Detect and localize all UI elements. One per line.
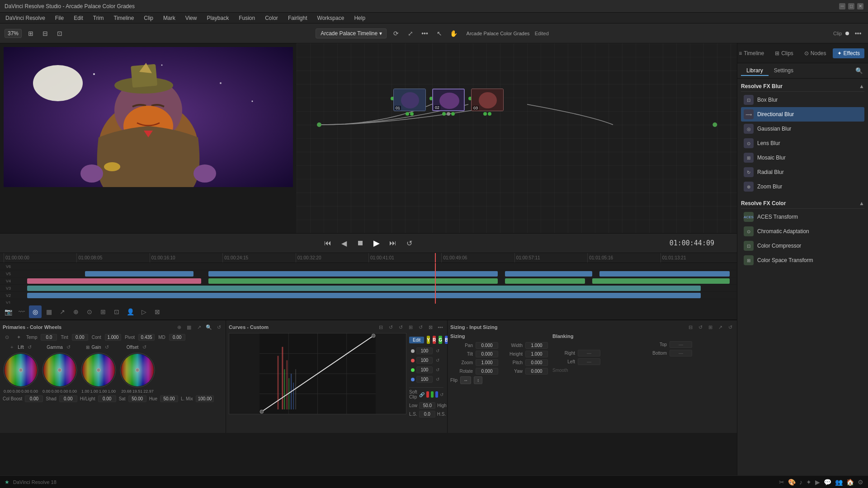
curves-r-button[interactable]: R	[433, 336, 436, 344]
fx-item-directional-blur[interactable]: ⟿ Directional Blur	[741, 107, 864, 122]
shad-value[interactable]: 0.00	[59, 395, 77, 402]
yaw-value[interactable]: 0.000	[525, 368, 548, 375]
settings-tab[interactable]: Settings	[769, 66, 799, 76]
bottom-people-icon[interactable]: 👥	[835, 479, 843, 486]
primaries-add-icon[interactable]: ⊕	[175, 323, 183, 331]
color-tab-wave[interactable]: 〰	[15, 305, 28, 318]
bottom-delivery-icon[interactable]: ▶	[815, 479, 820, 486]
color-tab-key[interactable]: ⊞	[97, 305, 109, 318]
bottom-music-icon[interactable]: ♪	[799, 479, 802, 486]
menu-color[interactable]: Color	[263, 14, 280, 22]
zoom-value[interactable]: 1.000	[476, 359, 498, 366]
node-editor[interactable]: 01	[297, 43, 737, 233]
temp-value[interactable]: 0.0	[41, 334, 57, 341]
flip-h-button[interactable]: ↔	[460, 376, 471, 384]
timeline-more-icon[interactable]: •••	[420, 28, 430, 39]
curves-icon-4[interactable]: ⊞	[406, 323, 415, 331]
color-tab-sizing[interactable]: ⊠	[151, 305, 164, 318]
menu-clip[interactable]: Clip	[142, 14, 155, 22]
hue-value[interactable]: 50.00	[160, 395, 178, 402]
fx-item-gaussian-blur[interactable]: ◎ Gaussian Blur	[741, 122, 864, 136]
maximize-button[interactable]: □	[848, 3, 854, 9]
timeline-tracks[interactable]: V6 V5 V4	[0, 263, 737, 304]
stop-button[interactable]: ⏹	[354, 237, 367, 249]
tilt-value[interactable]: 0.000	[476, 351, 498, 357]
channel-r-val[interactable]: 100	[416, 357, 433, 364]
offset-reset-icon[interactable]: ↺	[140, 343, 148, 351]
menu-help[interactable]: Help	[352, 14, 367, 22]
fx-item-mosaic-blur[interactable]: ⊞ Mosaic Blur	[741, 150, 864, 165]
pivot-value[interactable]: 0.435	[138, 334, 155, 341]
bottom-home-icon[interactable]: 🏠	[846, 479, 854, 486]
go-end-button[interactable]: ⏭	[387, 237, 399, 249]
nodes-tab[interactable]: ⊙ Nodes	[800, 48, 831, 58]
fx-color-header[interactable]: Resolve FX Color ▲	[741, 197, 864, 209]
color-tab-motion[interactable]: ▷	[137, 305, 150, 318]
hilight-value[interactable]: 0.00	[98, 395, 116, 402]
timeline-sync-icon[interactable]: ⟳	[391, 28, 401, 39]
go-start-button[interactable]: ⏮	[321, 237, 334, 249]
channel-g-val[interactable]: 100	[416, 366, 433, 373]
sizing-icon-5[interactable]: ↺	[726, 323, 734, 331]
primaries-auto-icon[interactable]: ⊙	[3, 333, 11, 341]
bottom-settings-icon[interactable]: ⚙	[858, 479, 863, 486]
menu-workspace[interactable]: Workspace	[316, 14, 346, 22]
cont-value[interactable]: 1.000	[105, 334, 121, 341]
sizing-icon-3[interactable]: ⊞	[706, 323, 714, 331]
sizing-icon-1[interactable]: ⊟	[686, 323, 694, 331]
pitch-value[interactable]: 0.000	[525, 359, 548, 366]
bottom-cut-icon[interactable]: ✂	[779, 479, 784, 486]
library-search-icon[interactable]: 🔍	[854, 66, 864, 76]
fx-blur-header[interactable]: Resolve FX Blur ▲	[741, 80, 864, 92]
color-tab-face[interactable]: 👤	[124, 305, 137, 318]
curves-icon-1[interactable]: ⊟	[377, 323, 385, 331]
timeline-tab[interactable]: ≡ Timeline	[734, 48, 769, 58]
height-value[interactable]: 1.000	[525, 351, 548, 357]
timeline-selector[interactable]: Arcade Palace Timeline ▾	[316, 28, 387, 38]
col-boost-value[interactable]: 0.00	[25, 395, 43, 402]
effects-tab[interactable]: ✦ Effects	[833, 48, 864, 58]
curves-icon-5[interactable]: ↺	[416, 323, 425, 331]
color-tab-3d[interactable]: ⊡	[110, 305, 123, 318]
channel-all-reset[interactable]: ↺	[434, 348, 441, 354]
lift-wheel[interactable]	[3, 352, 39, 388]
fx-item-color-compressor[interactable]: ⊡ Color Compressor	[741, 239, 864, 253]
soft-clip-link-icon[interactable]: 🔗	[419, 390, 425, 399]
minimize-button[interactable]: ─	[839, 3, 845, 9]
fx-item-box-blur[interactable]: ⊡ Box Blur	[741, 93, 864, 107]
pointer-tool-icon[interactable]: ↖	[434, 28, 445, 39]
menu-file[interactable]: File	[53, 14, 66, 22]
soft-clip-r-button[interactable]	[426, 391, 429, 398]
sat-value[interactable]: 50.00	[128, 395, 146, 402]
menu-trim[interactable]: Trim	[91, 14, 106, 22]
channel-g-reset[interactable]: ↺	[434, 367, 441, 373]
low-value[interactable]: 50.0	[419, 402, 435, 409]
primaries-zoom-icon[interactable]: 🔍	[205, 323, 213, 331]
menu-davinci[interactable]: DaVinci Resolve	[4, 14, 47, 22]
curves-graph[interactable]	[229, 333, 406, 414]
primaries-curve-icon[interactable]: ↗	[195, 323, 203, 331]
toolbar-more-icon[interactable]: •••	[853, 28, 863, 39]
loop-button[interactable]: ↺	[403, 237, 415, 249]
close-button[interactable]: ✕	[857, 3, 863, 9]
menu-edit[interactable]: Edit	[72, 14, 85, 22]
primaries-picker-icon[interactable]: ✦	[14, 333, 23, 341]
gamma-wheel[interactable]	[42, 352, 78, 388]
rotate-value[interactable]: 0.000	[476, 368, 498, 375]
soft-clip-g-button[interactable]	[431, 391, 434, 398]
clips-tab[interactable]: ⊞ Clips	[770, 48, 798, 58]
channel-r-reset[interactable]: ↺	[434, 357, 441, 364]
bottom-chat-icon[interactable]: 💬	[824, 479, 831, 486]
l-mix-value[interactable]: 100.00	[196, 395, 214, 402]
pan-value[interactable]: 0.000	[476, 342, 498, 349]
color-tab-hue-vs[interactable]: ⊕	[70, 305, 82, 318]
menu-view[interactable]: View	[184, 14, 199, 22]
timeline-expand-icon[interactable]: ⤢	[405, 28, 416, 39]
fx-item-zoom-blur[interactable]: ⊕ Zoom Blur	[741, 179, 864, 194]
menu-mark[interactable]: Mark	[161, 14, 177, 22]
gamma-reset-icon[interactable]: ↺	[65, 343, 73, 351]
fx-item-aces-transform[interactable]: ACES ACES Transform	[741, 210, 864, 224]
gain-wheel[interactable]	[80, 352, 117, 388]
flip-v-button[interactable]: ↕	[474, 376, 482, 384]
zoom-selector[interactable]: 37%	[5, 29, 22, 38]
